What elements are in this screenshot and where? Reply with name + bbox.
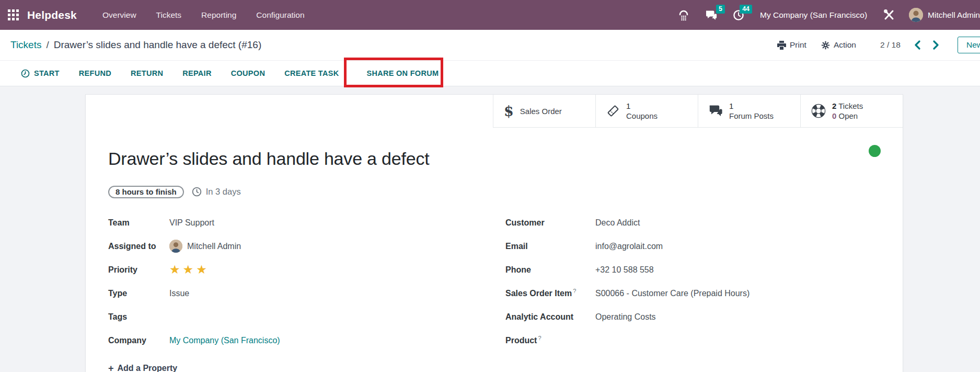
form-sheet: $ Sales Order 1 Coupons: [85, 94, 903, 372]
email-label: Email: [505, 242, 595, 251]
forum-posts-count: 1: [729, 102, 733, 110]
analytic-account-label: Analytic Account: [505, 312, 595, 322]
printer-icon: [777, 41, 786, 50]
type-value[interactable]: Issue: [169, 289, 505, 298]
kanban-state-indicator[interactable]: [869, 145, 881, 157]
assigned-to-value[interactable]: Mitchell Admin: [169, 240, 505, 253]
coupon-button[interactable]: COUPON: [231, 69, 265, 77]
ticket-title[interactable]: Drawer’s slides and handle have a defect: [108, 148, 880, 170]
breadcrumb-current: Drawer’s slides and handle have a defect…: [54, 39, 261, 51]
field-sales-order-item: Sales Order Item? S00066 - Customer Care…: [505, 281, 880, 305]
field-email: Email info@agrolait.com: [505, 234, 880, 258]
company-switcher[interactable]: My Company (San Francisco): [760, 10, 867, 20]
priority-label: Priority: [108, 265, 169, 275]
print-button[interactable]: Print: [777, 40, 806, 50]
app-name[interactable]: Helpdesk: [27, 9, 77, 21]
messages-count-badge: 5: [716, 5, 725, 14]
coupon-icon: [606, 104, 620, 118]
repair-button[interactable]: REPAIR: [182, 69, 212, 77]
type-label: Type: [108, 289, 169, 298]
top-navbar: Helpdesk Overview Tickets Reporting Conf…: [0, 0, 980, 30]
add-property-button[interactable]: + Add a Property: [108, 364, 880, 372]
customer-label: Customer: [505, 218, 595, 228]
sales-order-label: Sales Order: [520, 107, 562, 116]
pager-next-icon[interactable]: [933, 40, 939, 50]
tickets-count: 2: [832, 102, 836, 110]
assigned-to-label: Assigned to: [108, 242, 169, 251]
forum-chat-icon: [709, 105, 723, 117]
analytic-account-value[interactable]: Operating Costs: [595, 312, 880, 322]
breadcrumb-separator: /: [46, 39, 49, 51]
clock-icon: [192, 187, 202, 197]
field-team: Team VIP Support: [108, 211, 505, 234]
timer-icon: [21, 69, 30, 78]
softphone-icon[interactable]: [678, 9, 689, 21]
field-analytic-account: Analytic Account Operating Costs: [505, 305, 880, 329]
email-value[interactable]: info@agrolait.com: [595, 242, 880, 251]
field-columns: Team VIP Support Assigned to: [108, 211, 880, 352]
refund-button[interactable]: REFUND: [79, 69, 111, 77]
tickets-label: Tickets: [838, 102, 863, 110]
new-record-button[interactable]: New: [958, 37, 980, 53]
sales-order-item-label: Sales Order Item?: [505, 288, 595, 298]
form-button-box: START REFUND RETURN REPAIR COUPON CREATE…: [0, 60, 980, 86]
coupons-stat-button[interactable]: 1 Coupons: [595, 95, 698, 128]
field-type: Type Issue: [108, 281, 505, 305]
user-name[interactable]: Mitchell Admin: [928, 10, 980, 20]
messages-icon[interactable]: 5: [705, 9, 717, 20]
control-panel-actions: Print Action 2 / 18: [777, 30, 939, 60]
user-avatar[interactable]: [909, 8, 923, 22]
share-on-forum-label: SHARE ON FORUM: [366, 69, 439, 77]
apps-menu-icon[interactable]: [0, 9, 27, 21]
company-value[interactable]: My Company (San Francisco): [169, 336, 505, 345]
phone-value[interactable]: +32 10 588 558: [595, 265, 880, 275]
company-label: Company: [108, 336, 169, 345]
right-field-column: Customer Deco Addict Email info@agrolait…: [505, 211, 880, 352]
create-task-label: CREATE TASK: [284, 69, 339, 77]
activities-icon[interactable]: 44: [733, 9, 744, 21]
field-product: Product?: [505, 329, 880, 352]
menu-tickets[interactable]: Tickets: [146, 0, 192, 30]
navbar-systray: 5 44 My Company (San Francisco) Mitch: [678, 8, 980, 22]
field-phone: Phone +32 10 588 558: [505, 258, 880, 281]
grid-icon: [7, 9, 19, 21]
app-menu: Overview Tickets Reporting Configuration: [93, 0, 315, 30]
priority-stars[interactable]: ★★★: [169, 264, 505, 276]
customer-value[interactable]: Deco Addict: [595, 218, 880, 228]
sla-deadline[interactable]: In 3 days: [192, 187, 241, 197]
field-customer: Customer Deco Addict: [505, 211, 880, 234]
return-label: RETURN: [131, 69, 163, 77]
developer-tools-icon[interactable]: [883, 9, 895, 21]
sales-order-stat-button[interactable]: $ Sales Order: [493, 95, 595, 128]
pager-previous-icon[interactable]: [914, 40, 920, 50]
return-button[interactable]: RETURN: [131, 69, 163, 77]
menu-overview[interactable]: Overview: [93, 0, 146, 30]
sales-order-item-value[interactable]: S00066 - Customer Care (Prepaid Hours): [595, 289, 880, 298]
create-task-button[interactable]: CREATE TASK: [284, 69, 339, 77]
left-field-column: Team VIP Support Assigned to: [108, 211, 505, 352]
team-value[interactable]: VIP Support: [169, 218, 505, 228]
tickets-stat-button[interactable]: 2 Tickets 0 Open: [800, 95, 903, 128]
breadcrumb-parent[interactable]: Tickets: [10, 39, 41, 51]
help-icon[interactable]: ?: [573, 288, 576, 294]
sla-row: 8 hours to finish In 3 days: [108, 185, 880, 199]
menu-reporting[interactable]: Reporting: [191, 0, 246, 30]
team-label: Team: [108, 218, 169, 228]
share-on-forum-button[interactable]: SHARE ON FORUM: [366, 69, 439, 77]
add-property-label: Add a Property: [118, 364, 178, 372]
help-icon[interactable]: ?: [538, 335, 541, 341]
record-pager: 2 / 18: [880, 40, 901, 50]
print-label: Print: [790, 40, 806, 50]
deadline-text: In 3 days: [206, 187, 241, 197]
start-label: START: [34, 69, 60, 77]
stat-button-row: $ Sales Order 1 Coupons: [86, 95, 903, 128]
assignee-avatar: [169, 240, 182, 253]
gear-icon: [821, 41, 830, 50]
repair-label: REPAIR: [182, 69, 212, 77]
forum-posts-stat-button[interactable]: 1 Forum Posts: [698, 95, 800, 128]
coupons-label: Coupons: [626, 111, 658, 120]
menu-configuration[interactable]: Configuration: [246, 0, 314, 30]
action-menu-button[interactable]: Action: [821, 40, 856, 50]
start-timer-button[interactable]: START: [21, 69, 60, 78]
dollar-icon: $: [504, 104, 514, 118]
